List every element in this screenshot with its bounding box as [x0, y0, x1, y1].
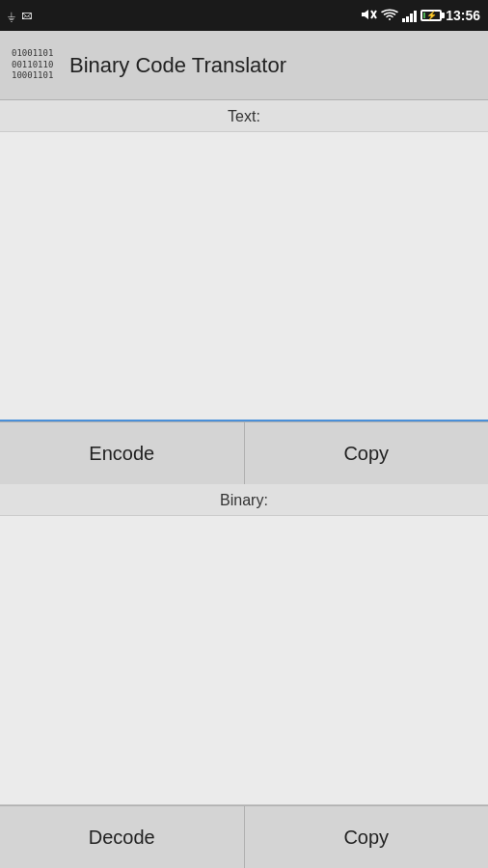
sim-icon: 🖂	[21, 10, 32, 21]
battery-icon: ⚡	[420, 10, 442, 21]
svg-marker-0	[362, 10, 368, 19]
app-title: Binary Code Translator	[69, 53, 286, 78]
mute-icon	[362, 8, 377, 24]
encode-button[interactable]: Encode	[0, 422, 245, 484]
wifi-icon	[381, 9, 398, 22]
signal-bars	[402, 9, 417, 22]
text-section: Text: Encode Copy	[0, 100, 488, 484]
main-content: Text: Encode Copy Binary: Decode Copy	[0, 100, 488, 868]
copy-text-button[interactable]: Copy	[245, 422, 489, 484]
binary-section: Binary: Decode Copy	[0, 484, 488, 868]
battery-container: ⚡	[420, 10, 442, 21]
text-input[interactable]	[0, 132, 488, 420]
app-icon: 01001101 00110110 10001101	[12, 42, 58, 89]
binary-input[interactable]	[0, 516, 488, 804]
binary-input-wrapper	[0, 516, 488, 805]
status-left-icons: ⏚ 🖂	[8, 9, 32, 23]
status-right-icons: ⚡ 13:56	[362, 8, 480, 24]
text-label: Text:	[0, 100, 488, 132]
time-display: 13:56	[446, 8, 480, 23]
copy-binary-button[interactable]: Copy	[245, 806, 489, 868]
top-buttons-row: Encode Copy	[0, 421, 488, 484]
usb-icon: ⏚	[8, 9, 15, 23]
text-input-wrapper	[0, 132, 488, 421]
bottom-buttons-row: Decode Copy	[0, 805, 488, 868]
binary-label: Binary:	[0, 484, 488, 516]
app-bar: 01001101 00110110 10001101 Binary Code T…	[0, 31, 488, 100]
decode-button[interactable]: Decode	[0, 806, 245, 868]
status-bar: ⏚ 🖂	[0, 0, 488, 31]
